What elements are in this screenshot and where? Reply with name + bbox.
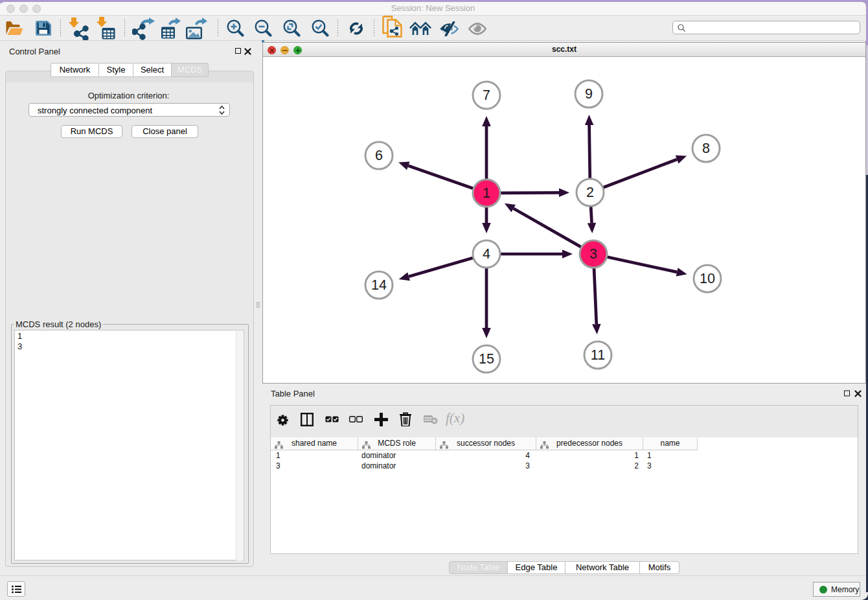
svg-text:1: 1 — [483, 185, 490, 201]
svg-text:4: 4 — [483, 246, 490, 262]
svg-text:14: 14 — [371, 277, 387, 293]
svg-text:10: 10 — [700, 271, 715, 286]
svg-text:6: 6 — [375, 148, 383, 163]
svg-text:9: 9 — [585, 86, 593, 102]
svg-text:7: 7 — [483, 87, 490, 103]
svg-text:11: 11 — [591, 347, 605, 363]
svg-text:3: 3 — [589, 246, 597, 262]
svg-text:8: 8 — [702, 141, 710, 156]
svg-text:2: 2 — [586, 185, 594, 200]
svg-text:15: 15 — [479, 351, 494, 367]
